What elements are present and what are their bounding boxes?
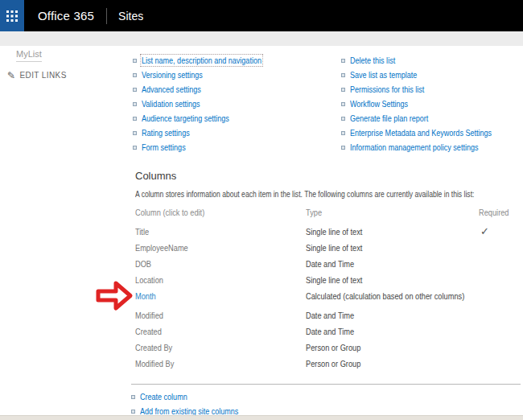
link-versioning-settings[interactable]: Versioning settings	[142, 70, 203, 80]
list-item: Form settings	[133, 142, 341, 157]
list-item: Save list as template	[341, 70, 523, 84]
required-checkmark-icon: ✓	[479, 227, 523, 237]
square-bullet-icon	[131, 410, 135, 414]
pencil-icon: ✎	[7, 72, 15, 80]
header-column: Column (click to edit)	[135, 208, 278, 217]
settings-links-left: List name, description and navigation Ve…	[133, 56, 341, 157]
header-required: Required	[479, 208, 516, 217]
square-bullet-icon	[133, 117, 137, 121]
table-row: DOB Date and Time	[135, 256, 523, 272]
columns-section-title: Columns	[135, 170, 176, 182]
red-arrow-icon	[95, 279, 134, 312]
list-item: Advanced settings	[133, 84, 341, 99]
edit-links-button[interactable]: ✎ EDIT LINKS	[7, 71, 67, 80]
square-bullet-icon	[133, 131, 137, 135]
link-list-name-description-navigation[interactable]: List name, description and navigation	[142, 56, 262, 65]
table-row: Modified By Person or Group	[135, 356, 523, 373]
list-item: Validation settings	[133, 99, 341, 113]
bottom-edge-strip	[0, 415, 523, 420]
square-bullet-icon	[133, 102, 137, 106]
square-bullet-icon	[133, 59, 137, 63]
column-type: Date and Time	[306, 311, 478, 321]
header-gray-band	[0, 31, 523, 46]
link-generate-file-plan-report[interactable]: Generate file plan report	[350, 113, 428, 123]
waffle-icon	[6, 10, 18, 22]
table-row-month: Month Calculated (calculation based on o…	[135, 288, 523, 308]
list-item: Versioning settings	[133, 70, 341, 84]
suite-bar-sites-link[interactable]: Sites	[118, 10, 143, 23]
list-item: Audience targeting settings	[133, 113, 341, 128]
columns-section-description: A column stores information about each i…	[135, 189, 474, 199]
list-item: Enterprise Metadata and Keywords Setting…	[341, 128, 523, 142]
suite-bar-divider	[106, 8, 107, 24]
list-item: Information management policy settings	[341, 142, 523, 157]
edit-links-label: EDIT LINKS	[19, 71, 66, 80]
link-workflow-settings[interactable]: Workflow Settings	[350, 99, 408, 109]
column-type: Person or Group	[306, 343, 478, 353]
link-create-column[interactable]: Create column	[140, 392, 187, 401]
link-information-management-policy-settings[interactable]: Information management policy settings	[350, 142, 478, 152]
square-bullet-icon	[133, 73, 137, 77]
link-enterprise-metadata-keywords-settings[interactable]: Enterprise Metadata and Keywords Setting…	[350, 128, 492, 138]
column-type: Calculated (calculation based on other c…	[306, 291, 478, 302]
column-name-link[interactable]: Location	[135, 275, 163, 285]
header-type: Type	[306, 208, 451, 217]
column-name-link[interactable]: DOB	[135, 259, 151, 269]
column-type: Date and Time	[306, 327, 478, 337]
column-type: Single line of text	[306, 243, 478, 253]
table-row: Title Single line of text ✓	[135, 224, 523, 240]
column-name-link[interactable]: Modified	[135, 311, 163, 320]
square-bullet-icon	[341, 146, 345, 150]
columns-table: Column (click to edit) Type Required Tit…	[135, 208, 523, 373]
column-type: Date and Time	[306, 259, 478, 270]
table-row: Created Date and Time	[135, 324, 523, 340]
link-rating-settings[interactable]: Rating settings	[142, 128, 190, 138]
list-item: Permissions for this list	[341, 84, 523, 99]
square-bullet-icon	[341, 88, 345, 92]
settings-links-right: Delete this list Save list as template P…	[341, 56, 523, 157]
brand-office365[interactable]: Office 365	[38, 9, 94, 23]
app-launcher-button[interactable]	[0, 0, 24, 31]
square-bullet-icon	[341, 117, 345, 121]
list-item: List name, description and navigation	[133, 56, 341, 70]
link-audience-targeting-settings[interactable]: Audience targeting settings	[142, 113, 229, 123]
column-name-link-month[interactable]: Month	[135, 291, 156, 301]
table-row: Created By Person or Group	[135, 340, 523, 356]
link-validation-settings[interactable]: Validation settings	[142, 99, 200, 109]
column-name-link[interactable]: Title	[135, 227, 149, 237]
list-item: Delete this list	[341, 56, 523, 70]
table-row: EmployeeName Single line of text	[135, 240, 523, 256]
column-name-link[interactable]: Created By	[135, 343, 172, 352]
column-type: Single line of text	[306, 227, 478, 237]
column-type: Person or Group	[306, 359, 478, 369]
list-item: Workflow Settings	[341, 99, 523, 113]
suite-bar: Office 365 Sites	[0, 0, 523, 31]
link-delete-this-list[interactable]: Delete this list	[350, 56, 395, 65]
sidebar-item-mylist[interactable]: MyList	[16, 49, 42, 62]
columns-table-header: Column (click to edit) Type Required	[135, 208, 523, 217]
column-name-link[interactable]: Created	[135, 327, 162, 336]
link-permissions-for-this-list[interactable]: Permissions for this list	[350, 84, 424, 94]
square-bullet-icon	[133, 146, 137, 150]
list-item: Rating settings	[133, 128, 341, 142]
square-bullet-icon	[341, 59, 345, 63]
table-row: Modified Date and Time	[135, 308, 523, 324]
column-name-link[interactable]: Modified By	[135, 359, 174, 369]
square-bullet-icon	[341, 102, 345, 106]
column-type: Single line of text	[306, 275, 478, 286]
settings-links: List name, description and navigation Ve…	[133, 56, 523, 157]
link-advanced-settings[interactable]: Advanced settings	[142, 84, 201, 94]
square-bullet-icon	[131, 395, 135, 399]
square-bullet-icon	[341, 73, 345, 77]
table-row: Location Single line of text	[135, 272, 523, 288]
square-bullet-icon	[341, 131, 345, 135]
square-bullet-icon	[133, 88, 137, 92]
link-save-list-as-template[interactable]: Save list as template	[350, 70, 417, 80]
column-name-link[interactable]: EmployeeName	[135, 243, 188, 253]
list-item: Generate file plan report	[341, 113, 523, 128]
link-form-settings[interactable]: Form settings	[142, 142, 186, 152]
list-item: Create column	[131, 392, 521, 406]
